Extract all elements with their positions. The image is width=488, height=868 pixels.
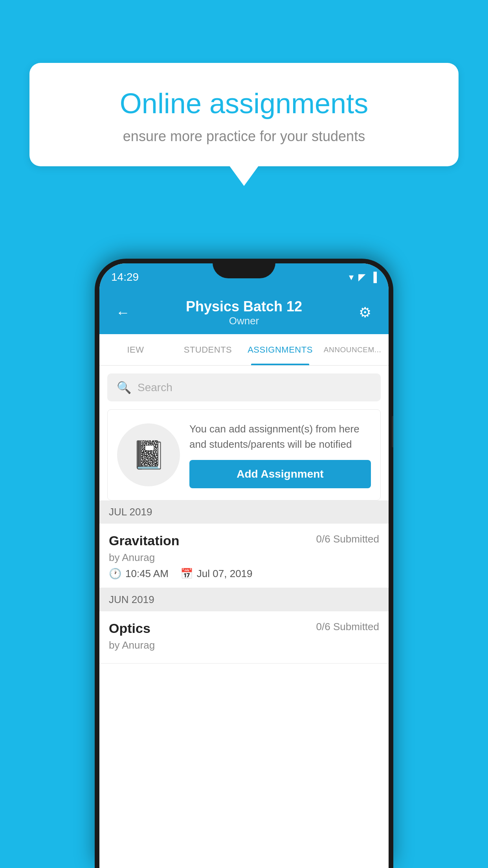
battery-icon: ▐ [370,272,377,283]
speech-bubble: Online assignments ensure more practice … [29,63,459,166]
assignment-time-value: 10:45 AM [125,568,169,580]
header-center: Physics Batch 12 Owner [135,298,353,327]
assignment-time: 🕐 10:45 AM [109,568,169,580]
assignment-date: 📅 Jul 07, 2019 [180,568,253,580]
header-title: Physics Batch 12 [135,298,353,315]
speech-bubble-container: Online assignments ensure more practice … [29,63,459,166]
phone-frame: 14:29 ▾ ◤ ▐ ← Physics Batch 12 Owner ⚙ I… [95,259,393,868]
assignment-name: Gravitation [109,533,179,548]
assignment-item-header-optics: Optics 0/6 Submitted [109,621,379,636]
tab-assignments[interactable]: ASSIGNMENTS [244,334,316,365]
status-icons: ▾ ◤ ▐ [349,272,377,283]
side-volume-strip [392,416,393,447]
assignment-meta: 🕐 10:45 AM 📅 Jul 07, 2019 [109,568,379,580]
app-header: ← Physics Batch 12 Owner ⚙ [99,291,389,334]
assignment-author: by Anurag [109,552,379,564]
assignment-icon-circle: 📓 [117,423,180,486]
settings-button[interactable]: ⚙ [353,304,377,321]
calendar-icon: 📅 [180,568,193,580]
assignment-name-optics: Optics [109,621,150,636]
empty-state-card: 📓 You can add assignment(s) from here an… [107,409,381,500]
tab-announcements[interactable]: ANNOUNCEM... [316,334,389,365]
wifi-icon: ▾ [349,272,354,283]
search-placeholder: Search [138,381,172,394]
status-time: 14:29 [111,271,139,283]
empty-state-description: You can add assignment(s) from here and … [189,421,371,452]
assignment-submitted: 0/6 Submitted [316,533,379,545]
signal-icon: ◤ [358,272,365,283]
assignment-date-value: Jul 07, 2019 [197,568,253,580]
assignment-item-optics[interactable]: Optics 0/6 Submitted by Anurag [99,611,389,664]
assignment-author-optics: by Anurag [109,639,379,651]
section-header-jul: JUL 2019 [99,500,389,524]
tabs-bar: IEW STUDENTS ASSIGNMENTS ANNOUNCEM... [99,334,389,366]
search-bar[interactable]: 🔍 Search [107,373,381,401]
search-icon: 🔍 [117,381,131,394]
empty-card-right: You can add assignment(s) from here and … [189,421,371,488]
clock-icon: 🕐 [109,568,121,580]
back-button[interactable]: ← [111,304,135,321]
notebook-icon: 📓 [132,439,166,471]
header-subtitle: Owner [135,315,353,327]
assignment-item-gravitation[interactable]: Gravitation 0/6 Submitted by Anurag 🕐 10… [99,524,389,588]
phone-screen: 14:29 ▾ ◤ ▐ ← Physics Batch 12 Owner ⚙ I… [99,263,389,868]
speech-bubble-subtitle: ensure more practice for your students [57,128,431,145]
phone-notch [213,259,275,278]
add-assignment-button[interactable]: Add Assignment [189,460,371,488]
section-header-jun: JUN 2019 [99,588,389,611]
tab-iew[interactable]: IEW [99,334,172,365]
tab-students[interactable]: STUDENTS [172,334,244,365]
content-area: 🔍 Search 📓 You can add assignment(s) fro… [99,366,389,868]
speech-bubble-title: Online assignments [57,86,431,120]
assignment-item-header: Gravitation 0/6 Submitted [109,533,379,548]
assignment-submitted-optics: 0/6 Submitted [316,621,379,633]
